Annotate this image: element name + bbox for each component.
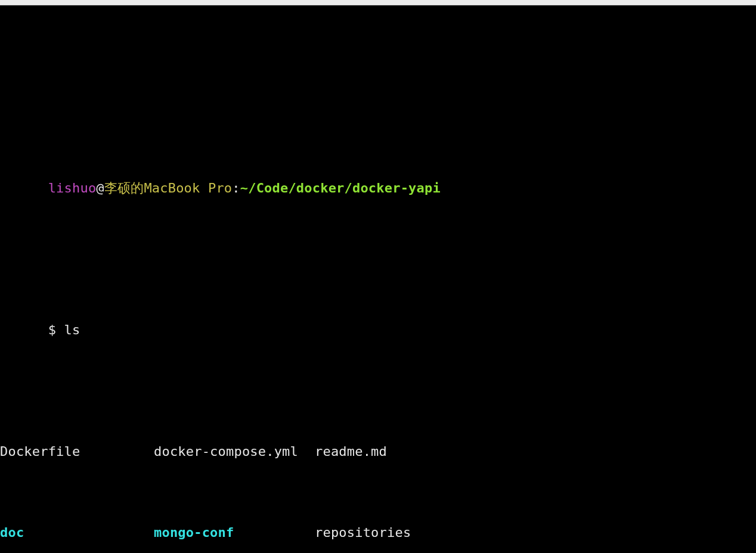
ls-dir: mongo-conf (154, 523, 315, 543)
window-chrome (0, 0, 756, 5)
ls-item: readme.md (315, 442, 387, 462)
spacer (0, 66, 756, 77)
cmd-text: ls (64, 322, 80, 337)
prompt-at: @ (96, 181, 104, 195)
prompt-line-1: lishuo@李硕的MacBook Pro:~/Code/docker/dock… (0, 158, 756, 219)
ps1: $ (48, 322, 64, 337)
prompt-path: ~/Code/docker/docker-yapi (240, 181, 441, 195)
ls-row-2: doc mongo-conf repositories (0, 523, 756, 543)
prompt-user: lishuo (48, 181, 97, 195)
ls-row-1: Dockerfile docker-compose.yml readme.md (0, 442, 756, 462)
cmd-ls: $ ls (0, 300, 756, 361)
ls-item: Dockerfile (0, 442, 154, 462)
ls-dir: doc (0, 523, 154, 543)
ls-item: docker-compose.yml (154, 442, 315, 462)
prompt-colon: : (232, 181, 240, 195)
ls-item: repositories (315, 523, 411, 543)
terminal[interactable]: lishuo@李硕的MacBook Pro:~/Code/docker/dock… (0, 5, 756, 553)
prompt-host: 李硕的MacBook Pro (104, 181, 233, 195)
